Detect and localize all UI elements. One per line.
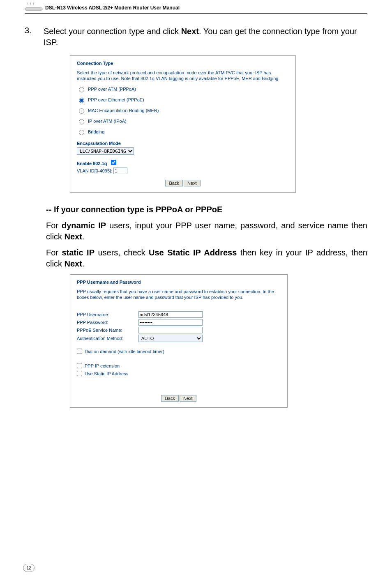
use-static-ip-label: Use Static IP Address — [85, 371, 128, 376]
step-text: Select your connection type and click Ne… — [44, 26, 367, 48]
dial-on-demand-checkbox[interactable] — [77, 349, 82, 354]
step-number: 3. — [25, 26, 36, 55]
ppp-ip-extension-label: PPP IP extension — [85, 363, 120, 368]
use-static-ip-checkbox[interactable] — [77, 371, 82, 376]
radio-pppoe-label: PPP over Ethernet (PPPoE) — [88, 97, 144, 102]
enable-8021q-checkbox[interactable] — [111, 160, 116, 165]
auth-label: Authentication Method: — [77, 336, 138, 341]
service-label: PPPoE Service Name: — [77, 328, 138, 333]
router-icon — [25, 0, 41, 12]
password-label: PPP Password: — [77, 320, 138, 325]
radio-bridging[interactable] — [79, 130, 84, 135]
radio-ipoa-label: IP over ATM (IPoA) — [88, 119, 127, 124]
ps-b2: Use Static IP Address — [149, 248, 237, 257]
dialog1-desc: Select the type of network protocol and … — [77, 70, 289, 82]
ppp-credentials-dialog: PPP Username and Password PPP usually re… — [70, 274, 288, 408]
radio-bridging-label: Bridging — [88, 129, 104, 134]
enable-8021q-label: Enable 802.1q — [77, 161, 107, 166]
pd-a: For — [46, 221, 62, 230]
password-input[interactable] — [138, 319, 203, 326]
para-dynamic: For dynamic IP users, input your PPP use… — [46, 220, 367, 242]
auth-select[interactable]: AUTO — [138, 335, 203, 342]
subheading-pppoa-pppoe: -- If your connection type is PPPoA or P… — [46, 205, 367, 214]
pd-b2: Next — [64, 232, 82, 241]
vlan-id-input[interactable] — [113, 168, 127, 174]
radio-ipoa[interactable] — [79, 119, 84, 124]
para-static: For static IP users, check Use Static IP… — [46, 247, 367, 269]
ps-b3: Next — [64, 259, 82, 268]
next-button-2[interactable]: Next — [180, 395, 196, 402]
pd-b1: dynamic IP — [62, 221, 106, 230]
ps-b: users, check — [95, 248, 149, 257]
username-input[interactable] — [138, 311, 203, 318]
encap-mode-select[interactable]: LLC/SNAP-BRIDGING — [77, 147, 134, 155]
ps-d: . — [82, 259, 85, 268]
back-button-2[interactable]: Back — [161, 395, 178, 402]
dialog1-title: Connection Type — [77, 61, 289, 66]
radio-pppoe[interactable] — [79, 98, 84, 103]
radio-pppoa[interactable] — [79, 87, 84, 92]
step-text-bold: Next — [181, 27, 199, 36]
vlan-id-label: VLAN ID[0-4095]: — [77, 168, 112, 173]
dial-on-demand-label: Dial on demand (with idle timeout timer) — [85, 349, 164, 354]
next-button[interactable]: Next — [184, 180, 201, 186]
ps-b1: static IP — [62, 248, 95, 257]
step-text-a: Select your connection type and click — [44, 27, 181, 36]
connection-type-dialog: Connection Type Select the type of netwo… — [70, 55, 296, 193]
encap-mode-label: Encapsulation Mode — [77, 141, 289, 146]
radio-pppoa-label: PPP over ATM (PPPoA) — [88, 87, 136, 92]
dialog2-title: PPP Username and Password — [77, 280, 281, 285]
manual-header: DSL-N13 Wireless ADSL 2/2+ Modem Router … — [25, 0, 367, 14]
radio-mer-label: MAC Encapsulation Routing (MER) — [88, 108, 159, 113]
pd-d: . — [82, 232, 85, 241]
back-button[interactable]: Back — [165, 180, 182, 186]
dialog2-desc: PPP usually requires that you have a use… — [77, 289, 281, 301]
ppp-ip-extension-checkbox[interactable] — [77, 363, 82, 368]
header-title: DSL-N13 Wireless ADSL 2/2+ Modem Router … — [45, 5, 180, 12]
radio-mer[interactable] — [79, 108, 84, 114]
username-label: PPP Username: — [77, 312, 138, 317]
service-input[interactable] — [138, 327, 203, 333]
ps-a: For — [46, 248, 62, 257]
page-number: 12 — [23, 564, 35, 572]
